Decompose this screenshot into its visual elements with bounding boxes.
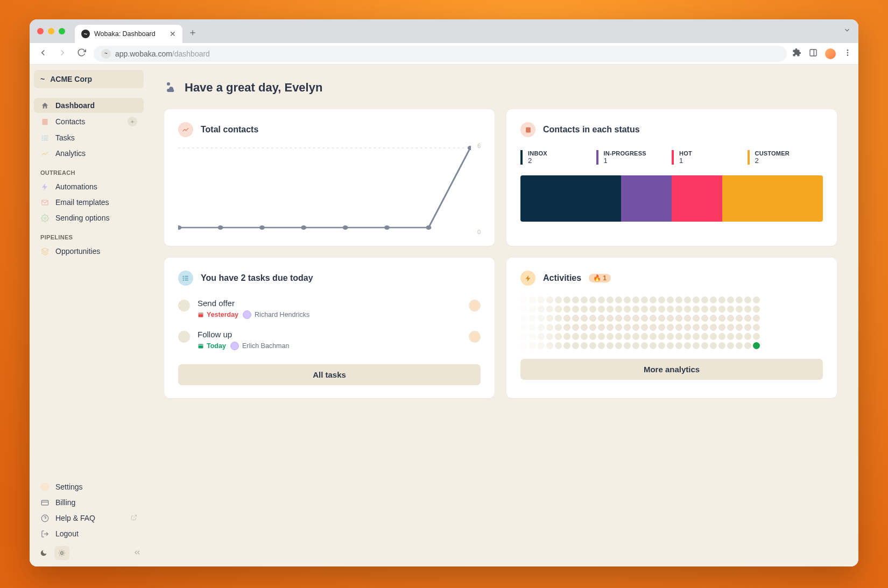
activity-dot [710,342,717,349]
activity-dot [718,342,725,349]
activity-dot [520,342,527,349]
activity-dot [624,333,631,340]
svg-point-36 [468,146,471,150]
org-switcher[interactable]: ~ ACME Corp [34,70,144,88]
site-info-icon[interactable]: ~ [101,49,111,59]
activity-dot [736,342,743,349]
nav-settings[interactable]: Settings [34,479,144,494]
fire-icon: 🔥 [593,274,601,282]
nav-automations[interactable]: Automations [34,179,144,194]
nav-help[interactable]: Help & FAQ [34,511,144,526]
task-checkbox[interactable] [178,331,190,343]
nav-logout[interactable]: Logout [34,526,144,541]
theme-dark-button[interactable] [36,546,51,560]
svg-point-32 [301,225,306,230]
task-assignee-avatar[interactable] [469,331,481,343]
browser-menu-icon[interactable] [843,48,852,59]
task-contact[interactable]: Richard Hendricks [243,310,309,319]
activity-dot [641,324,648,331]
nav-tasks[interactable]: Tasks [34,130,144,145]
window-controls[interactable] [37,28,65,34]
panel-icon[interactable] [809,48,817,59]
activity-dot [693,306,700,313]
task-due: Yesterday [198,311,238,318]
activity-dot [529,333,536,340]
more-analytics-button[interactable]: More analytics [520,359,823,380]
activity-dot [650,324,657,331]
activity-dot [615,296,622,303]
task-checkbox[interactable] [178,300,190,311]
activity-dot [753,342,760,349]
close-window-icon[interactable] [37,28,44,34]
activity-dot [736,296,743,303]
url-path-segment: /dashboard [172,49,210,58]
profile-avatar[interactable] [825,48,836,59]
status-value: 2 [528,157,596,165]
reload-button[interactable] [75,46,88,61]
calendar-icon [198,311,204,318]
activity-dot [693,315,700,322]
add-contact-badge[interactable]: + [128,117,137,126]
tab-close-icon[interactable]: ✕ [170,30,176,38]
activity-dot [529,342,536,349]
nav-analytics[interactable]: Analytics [34,146,144,161]
extensions-icon[interactable] [792,48,801,59]
activity-dot [658,296,665,303]
browser-tab[interactable]: ~ Wobaka: Dashboard ✕ [75,25,182,43]
weather-icon [164,80,177,95]
back-button[interactable] [36,46,50,62]
forward-button[interactable] [55,46,69,62]
nav-email-templates[interactable]: Email templates [34,195,144,210]
bolt-icon [520,271,535,286]
status-cell[interactable]: INBOX2 [520,150,596,165]
tabs-overflow-icon[interactable] [843,26,851,36]
nav-opportunities[interactable]: Opportunities [34,244,144,259]
status-value: 1 [679,157,748,165]
bolt-icon [40,183,49,191]
nav-sending-options[interactable]: Sending options [34,210,144,225]
activity-dot [581,315,588,322]
all-tasks-button[interactable]: All tasks [178,364,481,385]
nav-billing[interactable]: Billing [34,495,144,510]
activity-dot [563,333,570,340]
task-row[interactable]: Follow upTodayErlich Bachman [178,324,481,356]
activity-row [520,333,823,340]
task-contact[interactable]: Erlich Bachman [230,342,290,350]
maximize-window-icon[interactable] [59,28,65,34]
theme-light-button[interactable] [54,546,69,560]
new-tab-button[interactable]: ＋ [188,26,198,39]
nav-contacts[interactable]: Contacts + [34,114,144,130]
status-cell[interactable]: CUSTOMER2 [748,150,823,165]
task-row[interactable]: Send offerYesterdayRichard Hendricks [178,293,481,324]
activity-dot [632,306,639,313]
activity-dot [744,296,751,303]
status-cell[interactable]: IN-PROGRESS1 [596,150,672,165]
activity-dot [753,324,760,331]
status-bar-chart [520,175,823,222]
nav-label: Analytics [55,149,86,158]
activity-dot [538,324,545,331]
activity-row [520,324,823,331]
activity-dot [650,333,657,340]
org-name: ACME Corp [50,75,92,83]
activity-dot [598,333,605,340]
activity-dot [624,342,631,349]
minimize-window-icon[interactable] [48,28,54,34]
status-cell[interactable]: HOT1 [672,150,748,165]
activity-dot [555,315,562,322]
activity-dot [675,333,682,340]
browser-extensions [792,48,852,59]
url-bar[interactable]: ~ app.wobaka.com/dashboard [94,46,787,62]
activity-dot [753,296,760,303]
activity-dot [684,315,691,322]
collapse-sidebar-icon[interactable] [133,548,142,558]
activity-dot [744,315,751,322]
task-assignee-avatar[interactable] [469,300,481,311]
tab-favicon: ~ [81,30,90,38]
activity-dot [753,315,760,322]
url-text: app.wobaka.com/dashboard [115,49,210,58]
nav-pipelines: Opportunities [34,244,144,259]
browser-window: ~ Wobaka: Dashboard ✕ ＋ ~ app.wobaka.com… [30,19,858,566]
nav-dashboard[interactable]: Dashboard [34,98,144,113]
activity-dot [607,296,614,303]
